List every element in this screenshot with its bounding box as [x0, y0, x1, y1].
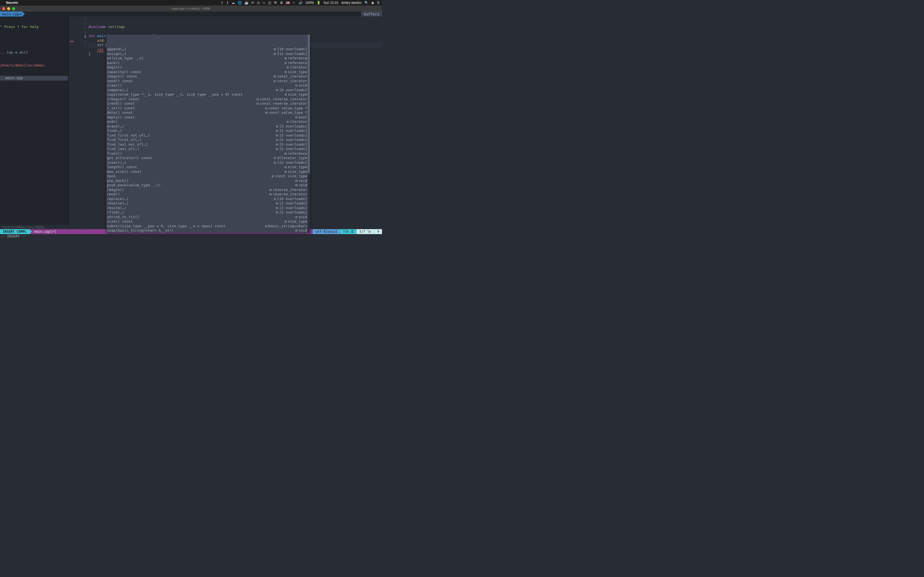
completion-item[interactable]: capacity() constmsize_type	[107, 70, 310, 74]
completion-item[interactable]: compare(…)m[9 overloads]	[107, 88, 310, 93]
completion-item[interactable]: get_allocator() constmallocator_type	[107, 156, 310, 160]
completion-kind: m	[275, 201, 279, 206]
completion-item[interactable]: push_back(value_type __c)mvoid	[107, 183, 310, 188]
completion-item[interactable]: copy(value_type *__s, size_type __n, siz…	[107, 92, 310, 97]
completion-item[interactable]: size() constmsize_type	[107, 219, 310, 224]
code-line[interactable]	[89, 29, 382, 34]
shapes-icon[interactable]: ◫	[268, 1, 271, 5]
line-number: 3	[75, 26, 86, 30]
completion-item[interactable]: back()mreference	[107, 61, 310, 65]
completion-detail: [5 overloads]	[279, 147, 310, 152]
menubar-icon[interactable]: ↥	[226, 1, 229, 5]
completion-item[interactable]: find_first_of(…)m[5 overloads]	[107, 138, 310, 142]
completion-item[interactable]: assign(…)m[11 overloads]	[107, 52, 310, 56]
completion-item[interactable]: cbegin() constmconst_iterator	[107, 74, 310, 79]
control-center-icon[interactable]: ☰	[377, 1, 380, 5]
globe-icon[interactable]: 🌐	[237, 1, 242, 5]
completion-detail: reference	[288, 152, 310, 156]
completion-kind: m	[284, 219, 288, 224]
tilde-marker: ~	[75, 98, 86, 103]
completion-label: resize(…)	[107, 206, 275, 211]
displays-icon[interactable]: 🖥	[279, 1, 283, 5]
tilde-marker: ~	[75, 225, 86, 230]
cloud-icon[interactable]: ☁	[231, 1, 235, 5]
completion-item[interactable]: end()miterator	[107, 119, 310, 124]
search-icon[interactable]: 🔍	[364, 1, 368, 5]
completion-item[interactable]: erase(…)m[3 overloads]	[107, 124, 310, 129]
completion-label: erase(…)	[107, 124, 275, 129]
completion-item[interactable]: rend()mreverse_iterator	[107, 192, 310, 197]
completion-popup[interactable]: append(…)m[10 overloads]assign(…)m[11 ov…	[107, 35, 310, 233]
menubar-clock[interactable]: Sun 21:01	[323, 1, 339, 5]
completion-item[interactable]: crend() constmconst_reverse_iterator	[107, 102, 310, 106]
completion-item[interactable]: crbegin() constmconst_reverse_iterator	[107, 97, 310, 102]
completion-item[interactable]: max_size() constmsize_type	[107, 169, 310, 174]
tilde-marker: ~	[75, 171, 86, 175]
code-line[interactable]: #include <string>	[89, 25, 382, 29]
completion-item[interactable]: begin()miterator	[107, 65, 310, 70]
completion-item[interactable]: find(…)m[5 overloads]	[107, 129, 310, 133]
completion-item[interactable]: find_last_not_of(…)m[5 overloads]	[107, 142, 310, 147]
completion-item[interactable]: length() constmsize_type	[107, 165, 310, 169]
maximize-icon[interactable]	[12, 7, 15, 10]
minimize-icon[interactable]	[7, 7, 10, 10]
completion-item[interactable]: swap(basic_string<char> &__str)mvoid	[107, 228, 310, 233]
completion-item[interactable]: find_last_of(…)m[5 overloads]	[107, 147, 310, 152]
close-icon[interactable]	[2, 7, 5, 10]
tilde-marker: ~	[75, 216, 86, 221]
clock-icon[interactable]: ◷	[257, 1, 260, 5]
buffers-label[interactable]: buffers	[361, 11, 382, 16]
completion-item[interactable]: shrink_to_fit()mvoid	[107, 215, 310, 219]
completion-item[interactable]: data() constmconst value_type *	[107, 110, 310, 115]
completion-kind: m	[273, 197, 277, 201]
battery-icon[interactable]: 🔋	[317, 1, 321, 5]
scrollbar-thumb[interactable]	[308, 35, 310, 173]
scrollbar[interactable]	[308, 35, 310, 233]
completion-item[interactable]: pop_back()mvoid	[107, 179, 310, 183]
completion-detail: const value_type *	[268, 110, 310, 115]
completion-item[interactable]: front()mreference	[107, 152, 310, 156]
completion-item[interactable]: substr(size_type __pos = 0, size_type __…	[107, 224, 310, 229]
completion-item[interactable]: insert(…)m[12 overloads]	[107, 160, 310, 165]
completion-item[interactable]: rfind(…)m[5 overloads]	[107, 210, 310, 215]
completion-label: cend() const	[107, 79, 273, 84]
completion-item[interactable]: clear()mvoid	[107, 83, 310, 88]
screen-icon[interactable]: ▭	[262, 1, 265, 5]
line-number: 6	[75, 39, 86, 44]
sidebar-updir[interactable]: .. (up a dir)	[0, 50, 68, 55]
tool-icon[interactable]: ⚒	[274, 1, 277, 5]
completion-item[interactable]: reserve(…)m[2 overloads]	[107, 201, 310, 206]
volume-icon[interactable]: 🔊	[299, 1, 303, 5]
tab-main-cpp[interactable]: main.cpp+	[0, 11, 25, 16]
completion-item[interactable]: resize(…)m[2 overloads]	[107, 206, 310, 211]
completion-label: find_first_of(…)	[107, 138, 275, 142]
completion-item[interactable]: find_first_not_of(…)m[5 overloads]	[107, 133, 310, 138]
coffee-icon[interactable]: ☕	[244, 1, 249, 5]
wifi-icon[interactable]: ᯤ	[292, 1, 296, 5]
battery-percent[interactable]: 100%	[305, 1, 314, 5]
menubar-app-name[interactable]: Neovim	[6, 1, 18, 5]
refresh-icon[interactable]: ⟳	[251, 1, 254, 5]
completion-kind: m	[286, 119, 290, 124]
completion-item[interactable]: npospconst size_type	[107, 174, 310, 179]
sidebar-path[interactable]: /Users/ddanilov/demo/	[0, 63, 68, 68]
file-explorer[interactable]: " Press ? for help .. (up a dir) /Users/…	[0, 16, 69, 229]
completion-item[interactable]: rbegin()mreverse_iterator	[107, 188, 310, 192]
menubar-user[interactable]: dmitry danilov	[341, 1, 362, 5]
flag-us-icon[interactable]: 🇺🇸	[286, 1, 290, 5]
completion-item[interactable]: at(size_type __n)mreference	[107, 56, 310, 61]
code-editor[interactable]: >> 1234567~~~~~~~~~~~~~~~~~~~~~~~~~~~~~~…	[69, 16, 382, 229]
macos-menubar: Neovim ⇪ ↥ ☁ 🌐 ☕ ⟳ ◷ ▭ ◫ ⚒ 🖥 🇺🇸 ᯤ 🔊 100%…	[0, 0, 382, 5]
completion-item[interactable]: append(…)m[10 overloads]	[107, 47, 310, 52]
siri-icon[interactable]: ◉	[371, 1, 374, 5]
completion-kind: m	[294, 215, 299, 219]
sidebar-file-main-cpp[interactable]: main.cpp	[0, 76, 68, 81]
menubar-icon[interactable]: ⇪	[221, 1, 223, 5]
completion-label: size() const	[107, 219, 284, 224]
completion-item[interactable]: replace(…)m[14 overloads]	[107, 197, 310, 201]
completion-kind: m	[275, 124, 279, 129]
completion-item[interactable]: empty() constmbool	[107, 115, 310, 120]
completion-kind: m	[273, 74, 277, 79]
completion-item[interactable]: cend() constmconst_iterator	[107, 79, 310, 84]
completion-item[interactable]: c_str() constmconst value_type *	[107, 106, 310, 111]
